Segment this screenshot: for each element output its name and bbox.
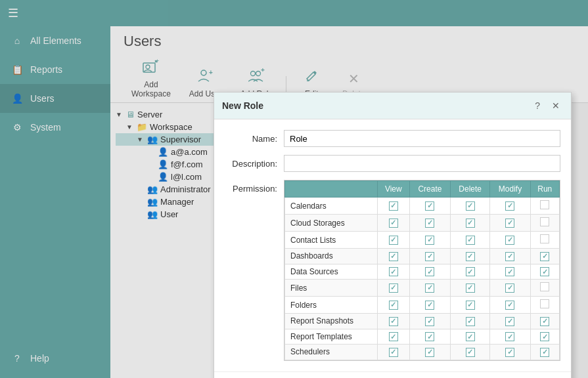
perm-view-0[interactable] (377, 198, 409, 215)
perm-delete-2[interactable] (450, 232, 489, 249)
perm-run-2[interactable] (530, 232, 559, 249)
perm-delete-8[interactable] (450, 329, 489, 345)
perm-run-7[interactable] (530, 314, 559, 329)
perm-delete-9[interactable] (450, 345, 489, 360)
checkbox-run-0[interactable] (540, 200, 549, 209)
checkbox-view-8[interactable] (389, 332, 398, 341)
perm-run-3[interactable] (530, 249, 559, 264)
checkbox-view-4[interactable] (389, 267, 398, 276)
perm-create-2[interactable] (409, 232, 450, 249)
checkbox-delete-6[interactable] (466, 301, 475, 310)
checkbox-modify-0[interactable] (505, 201, 514, 211)
checkbox-delete-3[interactable] (466, 252, 475, 261)
perm-create-0[interactable] (409, 198, 450, 215)
perm-delete-0[interactable] (450, 198, 489, 215)
perm-view-2[interactable] (377, 232, 409, 249)
checkbox-run-4[interactable] (540, 267, 549, 276)
checkbox-run-6[interactable] (540, 299, 549, 308)
checkbox-run-2[interactable] (540, 234, 549, 243)
checkbox-view-5[interactable] (389, 284, 398, 293)
checkbox-create-4[interactable] (425, 267, 434, 276)
checkbox-run-3[interactable] (540, 252, 549, 261)
checkbox-view-3[interactable] (389, 252, 398, 261)
checkbox-modify-2[interactable] (505, 236, 514, 245)
checkbox-modify-7[interactable] (505, 317, 514, 326)
checkbox-modify-3[interactable] (505, 252, 514, 261)
checkbox-delete-8[interactable] (466, 332, 475, 341)
checkbox-modify-4[interactable] (505, 267, 514, 276)
checkbox-run-1[interactable] (540, 217, 549, 226)
checkbox-run-7[interactable] (540, 317, 549, 326)
perm-view-1[interactable] (377, 215, 409, 232)
checkbox-modify-8[interactable] (505, 332, 514, 341)
checkbox-run-8[interactable] (540, 332, 549, 341)
perm-delete-6[interactable] (450, 297, 489, 314)
checkbox-create-5[interactable] (425, 284, 434, 293)
checkbox-create-2[interactable] (425, 236, 434, 245)
perm-modify-6[interactable] (490, 297, 530, 314)
perm-modify-0[interactable] (490, 198, 530, 215)
checkbox-delete-1[interactable] (466, 219, 475, 228)
checkbox-delete-2[interactable] (466, 236, 475, 245)
checkbox-create-0[interactable] (425, 201, 434, 211)
checkbox-create-1[interactable] (425, 219, 434, 228)
perm-modify-4[interactable] (490, 264, 530, 280)
perm-run-8[interactable] (530, 329, 559, 345)
checkbox-create-9[interactable] (425, 348, 434, 357)
perm-modify-9[interactable] (490, 345, 530, 360)
checkbox-modify-6[interactable] (505, 301, 514, 310)
checkbox-delete-0[interactable] (466, 201, 475, 211)
perm-create-1[interactable] (409, 215, 450, 232)
perm-run-6[interactable] (530, 297, 559, 314)
perm-delete-5[interactable] (450, 280, 489, 297)
checkbox-view-7[interactable] (389, 317, 398, 326)
perm-delete-3[interactable] (450, 249, 489, 264)
dialog-help-button[interactable]: ? (531, 99, 543, 112)
checkbox-run-9[interactable] (540, 348, 549, 357)
checkbox-delete-7[interactable] (466, 317, 475, 326)
perm-create-3[interactable] (409, 249, 450, 264)
perm-modify-7[interactable] (490, 314, 530, 329)
perm-view-9[interactable] (377, 345, 409, 360)
checkbox-delete-5[interactable] (466, 284, 475, 293)
dialog-close-button[interactable]: ✕ (549, 99, 563, 112)
perm-run-9[interactable] (530, 345, 559, 360)
perm-run-4[interactable] (530, 264, 559, 280)
perm-run-0[interactable] (530, 198, 559, 215)
perm-create-9[interactable] (409, 345, 450, 360)
perm-create-8[interactable] (409, 329, 450, 345)
perm-create-4[interactable] (409, 264, 450, 280)
perm-create-5[interactable] (409, 280, 450, 297)
perm-view-5[interactable] (377, 280, 409, 297)
perm-create-7[interactable] (409, 314, 450, 329)
checkbox-create-8[interactable] (425, 332, 434, 341)
description-input[interactable] (284, 155, 560, 172)
perm-delete-4[interactable] (450, 264, 489, 280)
checkbox-modify-9[interactable] (505, 348, 514, 357)
checkbox-delete-9[interactable] (466, 348, 475, 357)
checkbox-view-2[interactable] (389, 236, 398, 245)
checkbox-run-5[interactable] (540, 282, 549, 291)
perm-modify-1[interactable] (490, 215, 530, 232)
perm-view-6[interactable] (377, 297, 409, 314)
checkbox-modify-1[interactable] (505, 219, 514, 228)
perm-view-7[interactable] (377, 314, 409, 329)
perm-view-4[interactable] (377, 264, 409, 280)
perm-delete-7[interactable] (450, 314, 489, 329)
checkbox-view-0[interactable] (389, 201, 398, 211)
checkbox-modify-5[interactable] (505, 284, 514, 293)
checkbox-delete-4[interactable] (466, 267, 475, 276)
perm-modify-8[interactable] (490, 329, 530, 345)
checkbox-create-6[interactable] (425, 301, 434, 310)
perm-view-3[interactable] (377, 249, 409, 264)
checkbox-create-7[interactable] (425, 317, 434, 326)
perm-modify-2[interactable] (490, 232, 530, 249)
checkbox-view-9[interactable] (389, 348, 398, 357)
name-input[interactable] (284, 130, 560, 147)
checkbox-create-3[interactable] (425, 252, 434, 261)
perm-run-1[interactable] (530, 215, 559, 232)
perm-view-8[interactable] (377, 329, 409, 345)
perm-modify-3[interactable] (490, 249, 530, 264)
checkbox-view-1[interactable] (389, 219, 398, 228)
perm-modify-5[interactable] (490, 280, 530, 297)
